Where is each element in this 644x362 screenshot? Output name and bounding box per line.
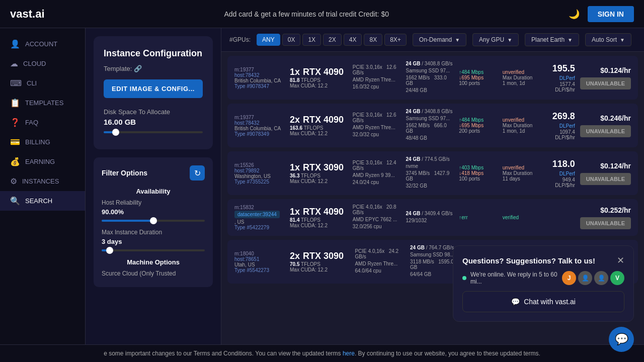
gpu-count: 1x [290,162,300,173]
ram-storage-specs: 24 GB / 3409.4 GB/s 129/1032 [406,211,454,225]
gpu-ram-spec: 24 GB / 774.5 GB/s [406,156,454,162]
verification-status: unverified [503,117,536,123]
unavailable-button[interactable]: UNAVAILABLE [580,217,631,229]
location: British Columbia, CA [234,78,285,83]
chat-close-button[interactable]: ✕ [617,255,624,266]
cookie-link[interactable]: here [343,350,355,357]
storage-spec: nvme [406,163,454,169]
host-id: host:79892 [234,168,285,173]
gpu-main: 1x RTX 4090 81.4 TFLOPS Max CUDA: 12.2 [290,207,348,228]
gpu-type-dropdown[interactable]: Any GPU ▼ [472,33,519,46]
reliability-slider-thumb[interactable] [150,217,157,224]
sidebar-item-earning[interactable]: 💰 EARNING [0,152,85,171]
cores-spec: 16.0/32 cpu [353,84,401,89]
reliability-slider-track [102,220,205,222]
net-upload: ↑403 Mbps [459,165,498,170]
net-upload: ↑484 Mbps [459,69,498,75]
location-dropdown-arrow: ▼ [568,37,573,43]
tflops-row: 81.8 TFLOPS [290,77,348,83]
sidebar-label-earning: EARNING [25,158,55,165]
gpu-specs: PCIE 3.0,16x 12.6 GB/s AMD Ryzen Thre...… [353,64,401,91]
ports: 100 ports [459,176,498,182]
sidebar-item-templates[interactable]: 📋 TEMPLATES [0,93,85,113]
perf-value: 118.0 [552,159,575,169]
gpu-count: 2x [290,251,300,261]
cpu-spec: AMD Ryzen Thre... [355,261,405,266]
price-action: $0.124/hr UNAVAILABLE [580,66,631,89]
sidebar-item-account[interactable]: 👤 ACCOUNT [0,34,85,54]
sidebar-label-faq: FAQ [25,119,38,126]
chat-bubble-button[interactable]: 💬 [609,327,634,352]
table-row: m:15832 datacenter:39244 , US Type #5422… [227,199,638,236]
gpu-btn-1x[interactable]: 1X [302,34,321,46]
cookie-text-2: . By continuing to use our website, you … [355,350,540,357]
table-row: m:15526 host:79892 Washington, US Type #… [227,151,638,195]
chat-with-vastai-button[interactable]: 💬 Chat with vast.ai [462,291,624,312]
pcie-spec: PCIE 3.0,16x 12.4 GB/s [353,160,401,171]
gpu-specs: PCIE 3.0,16x 12.6 GB/s AMD Ryzen Thre...… [353,112,401,139]
chat-popup-header: Questions? Suggestions? Talk to us! ✕ [462,255,624,266]
gpu-name: RTX 4090 [303,115,344,125]
gpu-name: RTX 3090 [303,251,344,261]
storage-bw-spec: 1662 MB/s 666.0 GB [406,123,454,134]
availability-label: Availability [102,188,205,195]
sidebar-item-cloud[interactable]: ☁ CLOUD [0,54,85,73]
gpu-btn-2x[interactable]: 2X [323,34,342,46]
cpu-spec: AMD Ryzen 9 39... [353,172,401,178]
perf-sub: 949.4 DLP/$/hr [541,177,575,188]
config-title: Instance Configuration [104,48,203,59]
sign-in-button[interactable]: SIGN IN [588,6,634,22]
sidebar-item-billing[interactable]: 💳 BILLING [0,132,85,152]
source-cloud-label: Scurce Cloud (Only Trusted [102,270,205,277]
gpu-specs: PCIE 4.0,16x 24.2 GB/s AMD Ryzen Thre...… [355,248,405,275]
unavailable-button[interactable]: UNAVAILABLE [580,77,631,89]
sidebar-item-cli[interactable]: ⌨ CLI [0,73,85,93]
demand-dropdown[interactable]: On-Demand ▼ [413,33,466,46]
gpu-btn-8x[interactable]: 8X [364,34,382,46]
gpu-btn-8x-plus[interactable]: 8X+ [384,34,407,46]
storage-spec: Samsung SSD 97... [406,116,454,121]
cores-spec: 32.0/256 cpu [353,224,401,229]
gpu-type-dropdown-arrow: ▼ [507,37,512,43]
location: Washington, US [234,173,285,179]
location-dropdown[interactable]: Planet Earth ▼ [525,33,579,46]
account-icon: 👤 [10,39,20,49]
gpu-btn-any[interactable]: ANY [257,34,280,46]
perf-sub: 1097.4 DLP/$/hr [541,129,575,140]
ram-spec: 48/48 GB [406,135,454,141]
pcie-spec: PCIE 4.0,16x 20.8 GB/s [353,204,401,215]
machine-id: m:19377 [234,115,285,120]
gpu-count: 2x [290,115,300,125]
unavailable-button[interactable]: UNAVAILABLE [580,173,631,185]
edit-image-config-button[interactable]: EDIT IMAGE & CONFIG... [104,79,203,98]
gpu-name: RTX 4090 [303,207,344,217]
verify-duration: unverified Max Duration1 mon, 1d [503,69,536,86]
dark-mode-toggle[interactable]: 🌙 [569,9,580,20]
sidebar-item-instances[interactable]: ⚙ INSTANCES [0,171,85,191]
verification-status: verified [503,215,536,220]
disk-slider-thumb[interactable] [112,129,119,136]
gpu-name: RTX 4090 [303,67,344,77]
gpu-btn-0x[interactable]: 0X [282,34,301,46]
network-specs: ↑484 Mbps ↓695 Mbps 100 ports [459,69,498,86]
gpu-specs: PCIE 3.0,16x 12.4 GB/s AMD Ryzen 9 39...… [353,160,401,187]
online-indicator [462,276,466,280]
config-panel: Instance Configuration Template: 🔗 EDIT … [86,28,221,362]
sidebar-item-search[interactable]: 🔍 SEARCH [0,191,85,211]
ports: 200 ports [459,128,498,134]
perf-sub: 1577.4 DLP/$/hr [541,81,575,93]
sidebar-item-faq[interactable]: ❓ FAQ [0,113,85,132]
gpu-btn-4x[interactable]: 4X [344,34,362,46]
refresh-filter-button[interactable]: ↻ [190,165,205,180]
duration: Max Duration11 days [503,170,536,182]
type-tag: Type #5422279 [234,225,285,230]
avatar: 👤 [578,271,592,285]
duration-slider-thumb[interactable] [106,247,113,254]
filter-title: Filter Options [102,169,147,177]
cpu-spec: AMD Ryzen Thre... [353,77,401,82]
type-tag: Type #9078347 [234,83,285,89]
sort-dropdown[interactable]: Auto Sort ▼ [585,33,631,46]
unavailable-button[interactable]: UNAVAILABLE [580,125,631,137]
template-link[interactable]: 🔗 [134,65,142,72]
filter-header: Filter Options ↻ [102,165,205,180]
